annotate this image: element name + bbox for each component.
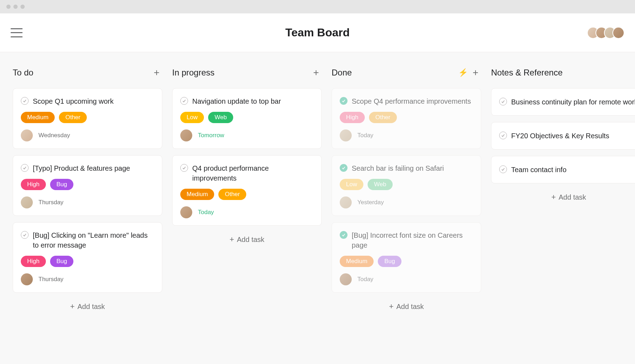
complete-checkbox[interactable] xyxy=(499,98,507,105)
tag-row: LowWeb xyxy=(180,112,314,123)
due-date: Today xyxy=(357,132,373,139)
assignee-avatar[interactable] xyxy=(180,206,192,218)
traffic-light-close[interactable] xyxy=(6,5,11,9)
add-task-label: Add task xyxy=(78,303,105,311)
card-meta: Today xyxy=(340,273,473,285)
add-task-button[interactable]: +Add task xyxy=(172,235,322,244)
task-title: [Bug] Clicking on "Learn more" leads to … xyxy=(33,230,154,250)
complete-checkbox[interactable] xyxy=(180,164,188,172)
task-card[interactable]: Scope Q4 performance improvementsHighOth… xyxy=(332,88,481,149)
tag[interactable]: High xyxy=(21,179,46,190)
card-meta: Thursday xyxy=(21,196,154,208)
tag[interactable]: Other xyxy=(59,112,87,123)
complete-checkbox[interactable] xyxy=(340,164,347,172)
task-title: [Bug] Incorrect font size on Careers pag… xyxy=(352,230,473,250)
task-title: Q4 product performance improvements xyxy=(192,163,314,183)
task-card[interactable]: Scope Q1 upcoming workMediumOtherWednesd… xyxy=(13,88,162,149)
task-card[interactable]: Navigation update to top barLowWebTomorr… xyxy=(172,88,322,149)
plus-icon: + xyxy=(389,302,394,311)
board-column: In progress+Navigation update to top bar… xyxy=(172,68,322,244)
card-header-row: [Typo] Product & features page xyxy=(21,163,154,173)
traffic-light-minimize[interactable] xyxy=(13,5,18,9)
card-header-row: FY20 Objectives & Key Results xyxy=(499,131,635,141)
task-card[interactable]: [Bug] Clicking on "Learn more" leads to … xyxy=(13,222,162,293)
tag[interactable]: Bug xyxy=(50,256,73,267)
column-title[interactable]: In progress xyxy=(172,68,214,78)
complete-checkbox[interactable] xyxy=(180,97,188,105)
board-column: To do+Scope Q1 upcoming workMediumOtherW… xyxy=(13,68,162,311)
assignee-avatar[interactable] xyxy=(21,129,33,141)
menu-icon[interactable] xyxy=(11,28,23,37)
tag[interactable]: Web xyxy=(208,112,233,123)
card-meta: Wednesday xyxy=(21,129,154,141)
due-date: Today xyxy=(198,209,214,216)
tag[interactable]: Low xyxy=(180,112,204,123)
assignee-avatar[interactable] xyxy=(340,273,352,285)
avatar[interactable] xyxy=(612,27,624,39)
tag[interactable]: Other xyxy=(218,189,246,200)
card-header-row: [Bug] Incorrect font size on Careers pag… xyxy=(340,230,473,250)
complete-checkbox[interactable] xyxy=(21,97,29,105)
task-card[interactable]: [Bug] Incorrect font size on Careers pag… xyxy=(332,222,481,293)
assignee-avatar[interactable] xyxy=(340,129,352,141)
task-card[interactable]: Search bar is failing on SafariLowWebYes… xyxy=(332,155,481,216)
task-card[interactable]: Team contact info xyxy=(491,156,635,183)
traffic-light-zoom[interactable] xyxy=(20,5,25,9)
column-title[interactable]: Notes & Reference xyxy=(491,68,563,78)
add-card-icon[interactable]: + xyxy=(154,68,159,78)
tag[interactable]: Web xyxy=(368,179,393,190)
tag[interactable]: Medium xyxy=(340,256,374,267)
tag[interactable]: Bug xyxy=(50,179,73,190)
task-card[interactable]: FY20 Objectives & Key Results xyxy=(491,122,635,150)
complete-checkbox[interactable] xyxy=(499,132,507,139)
add-task-button[interactable]: +Add task xyxy=(332,302,481,311)
task-card[interactable]: [Typo] Product & features pageHighBugThu… xyxy=(13,155,162,216)
complete-checkbox[interactable] xyxy=(340,97,347,105)
assignee-avatar[interactable] xyxy=(21,273,33,285)
task-title: Search bar is failing on Safari xyxy=(352,163,444,173)
column-header: Notes & Reference xyxy=(491,68,635,78)
tag[interactable]: Medium xyxy=(21,112,55,123)
card-list: Business continuity plan for remote work… xyxy=(491,88,635,183)
complete-checkbox[interactable] xyxy=(340,231,347,239)
collaborators[interactable] xyxy=(587,27,624,39)
complete-checkbox[interactable] xyxy=(21,231,29,239)
column-title[interactable]: To do xyxy=(13,68,34,78)
tag-row: MediumOther xyxy=(180,189,314,200)
add-task-button[interactable]: +Add task xyxy=(13,302,162,311)
add-card-icon[interactable]: + xyxy=(313,68,319,78)
lightning-icon[interactable]: ⚡ xyxy=(458,68,468,77)
card-meta: Today xyxy=(340,129,473,141)
tag[interactable]: Bug xyxy=(378,256,401,267)
plus-icon: + xyxy=(551,193,556,202)
task-title: FY20 Objectives & Key Results xyxy=(511,131,609,141)
add-task-button[interactable]: +Add task xyxy=(491,193,635,202)
column-title[interactable]: Done xyxy=(332,68,352,78)
column-header: To do+ xyxy=(13,68,162,78)
card-header-row: Navigation update to top bar xyxy=(180,96,314,106)
task-title: Scope Q4 performance improvements xyxy=(352,96,471,106)
task-card[interactable]: Business continuity plan for remote work xyxy=(491,88,635,116)
assignee-avatar[interactable] xyxy=(340,196,352,208)
task-title: Team contact info xyxy=(511,165,567,175)
card-header-row: Scope Q1 upcoming work xyxy=(21,96,154,106)
tag-row: MediumBug xyxy=(340,256,473,267)
task-card[interactable]: Q4 product performance improvementsMediu… xyxy=(172,155,322,226)
column-actions: + xyxy=(313,68,319,78)
tag-row: HighBug xyxy=(21,256,154,267)
card-header-row: Business continuity plan for remote work xyxy=(499,97,635,107)
tag[interactable]: Low xyxy=(340,179,363,190)
assignee-avatar[interactable] xyxy=(180,129,192,141)
card-meta: Thursday xyxy=(21,273,154,285)
tag-row: MediumOther xyxy=(21,112,154,123)
complete-checkbox[interactable] xyxy=(499,165,507,173)
add-card-icon[interactable]: + xyxy=(473,68,478,78)
complete-checkbox[interactable] xyxy=(21,164,29,172)
tag[interactable]: Medium xyxy=(180,189,214,200)
tag[interactable]: Other xyxy=(369,112,397,123)
assignee-avatar[interactable] xyxy=(21,196,33,208)
tag[interactable]: High xyxy=(340,112,365,123)
due-date: Thursday xyxy=(38,276,64,283)
tag[interactable]: High xyxy=(21,256,46,267)
card-list: Scope Q1 upcoming workMediumOtherWednesd… xyxy=(13,88,162,293)
